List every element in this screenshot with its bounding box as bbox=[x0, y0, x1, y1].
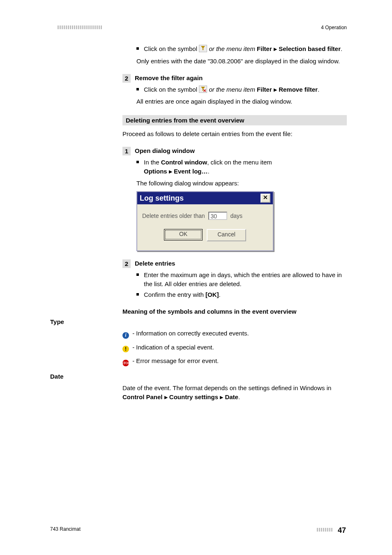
delete-intro: Proceed as follows to delete certain ent… bbox=[122, 130, 347, 139]
error-icon: STOP bbox=[122, 360, 129, 366]
remove-filter-icon: ✕ bbox=[199, 86, 207, 93]
warning-icon: ! bbox=[122, 346, 129, 352]
page-header: 4 Operation bbox=[0, 25, 392, 33]
log-settings-dialog: Log settings ✕ Delete entries older than… bbox=[136, 191, 274, 251]
type-label: Type bbox=[50, 318, 64, 325]
filter-selection-result: Only entries with the date "30.08.2006" … bbox=[136, 57, 347, 66]
delete-entries-bullet-1: Enter the maximum age in days, which the… bbox=[144, 271, 347, 289]
section-delete-entries: Deleting entries from the event overview bbox=[122, 115, 347, 125]
step-number: 2 bbox=[122, 74, 131, 83]
dialog-title-text: Log settings bbox=[140, 194, 184, 203]
open-dialog-bullet: In the Control window, click on the menu… bbox=[144, 158, 347, 176]
ok-button[interactable]: OK bbox=[164, 229, 203, 240]
symbol-warn-row: ! - Indication of a special event. bbox=[122, 344, 347, 352]
footer-product-name: 743 Rancimat bbox=[50, 526, 81, 532]
delete-older-than-label: Delete entries older than bbox=[142, 213, 205, 219]
remove-filter-bullet: Click on the symbol ✕ or the menu item F… bbox=[144, 85, 347, 94]
dialog-close-button[interactable]: ✕ bbox=[261, 194, 270, 203]
filter-selection-bullet: Click on the symbol or the menu item Fil… bbox=[144, 44, 347, 53]
cancel-button[interactable]: Cancel bbox=[207, 229, 246, 241]
days-input[interactable]: 30 bbox=[208, 212, 227, 220]
filter-funnel-icon bbox=[199, 45, 207, 52]
date-label: Date bbox=[50, 373, 64, 380]
days-unit: days bbox=[231, 213, 243, 219]
header-decoration bbox=[58, 25, 102, 29]
step-number: 1 bbox=[122, 147, 131, 155]
step-title-open-dialog: Open dialog window bbox=[135, 147, 195, 154]
date-description: Date of the event. The format depends on… bbox=[122, 373, 347, 402]
page-number: 47 bbox=[338, 526, 346, 535]
step-number: 2 bbox=[122, 259, 131, 268]
symbol-error-row: STOP - Error message for error event. bbox=[122, 357, 347, 367]
footer-decoration bbox=[317, 528, 332, 532]
symbol-info-row: i - Information on correctly executed ev… bbox=[122, 330, 347, 339]
remove-filter-result: All entries are once again displayed in … bbox=[136, 97, 347, 106]
page-footer: 743 Rancimat 47 bbox=[0, 526, 392, 534]
delete-entries-bullet-2: Confirm the entry with [OK]. bbox=[144, 290, 347, 299]
dialog-titlebar: Log settings ✕ bbox=[137, 192, 273, 204]
info-icon: i bbox=[122, 332, 129, 339]
open-dialog-result: The following dialog window appears: bbox=[136, 179, 347, 188]
section-meaning-symbols: Meaning of the symbols and columns in th… bbox=[122, 308, 347, 315]
step-title-delete-entries: Delete entries bbox=[135, 259, 175, 267]
step-title-remove-filter: Remove the filter again bbox=[135, 74, 203, 81]
header-section-label: 4 Operation bbox=[321, 25, 347, 30]
